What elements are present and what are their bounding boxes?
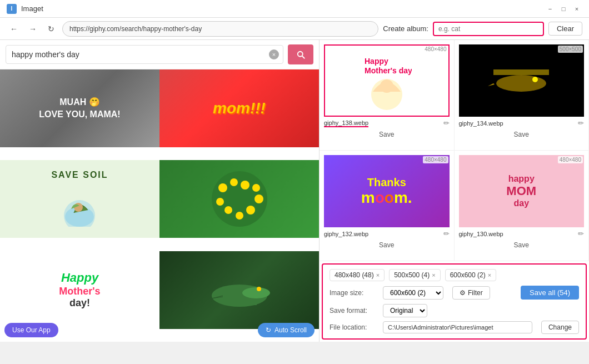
file-location-row: File location: Change: [330, 321, 579, 334]
svg-rect-19: [253, 298, 257, 305]
image-size-label: Image size:: [330, 289, 374, 297]
image-preview[interactable]: [459, 44, 585, 117]
edit-icon[interactable]: ✏: [578, 230, 584, 238]
close-button[interactable]: ×: [571, 3, 582, 14]
image-size-select[interactable]: 600x600 (2) 480x480 (48) 500x500 (4): [383, 286, 443, 300]
svg-text:Happy: Happy: [365, 57, 388, 66]
svg-point-26: [496, 75, 546, 92]
save-format-row: Save format: Original JPEG PNG WEBP: [330, 304, 579, 317]
svg-text:Mother's day!: Mother's day!: [365, 66, 412, 75]
filter-tag: 600x600 (2) ×: [445, 269, 496, 281]
window-controls: − □ ×: [545, 3, 582, 14]
file-location-input[interactable]: [383, 321, 532, 333]
flowers-illustration: [212, 171, 267, 227]
svg-point-11: [246, 206, 255, 215]
addressbar: ← → ↻ https://giphy.com/search/happy-mot…: [0, 18, 589, 40]
tag-remove-button[interactable]: ×: [376, 272, 380, 278]
use-app-button[interactable]: Use Our App: [4, 323, 58, 337]
change-location-button[interactable]: Change: [541, 321, 579, 334]
image-card: Happy Mother's day! 480×480 giphy_138.we…: [320, 40, 455, 151]
refresh-button[interactable]: ↻: [44, 22, 58, 36]
minimize-button[interactable]: −: [545, 3, 556, 14]
save-format-label: Save format:: [330, 307, 374, 315]
search-bar: ×: [0, 40, 319, 69]
image-card-bottom: giphy_138.webp ✏: [324, 117, 450, 129]
tag-remove-button[interactable]: ×: [488, 272, 491, 278]
svg-point-4: [218, 183, 227, 192]
titlebar-left: I Imaget: [7, 4, 43, 14]
filter-tag: 480x480 (48) ×: [330, 269, 385, 281]
back-button[interactable]: ←: [7, 22, 21, 36]
album-name-input[interactable]: [433, 22, 544, 36]
image-dimensions: 480×480: [423, 156, 448, 163]
gif-soil-image: SAVE SOIL: [0, 160, 159, 238]
svg-point-9: [254, 195, 263, 203]
image-filename: giphy_134.webp: [459, 120, 503, 127]
gif-grid: MUAH 🤭 LOVE YOU, MAMA! mom!!! SAVE SOIL: [0, 69, 319, 342]
svg-rect-17: [234, 298, 237, 305]
image-card-top: Happy Mother's day! 480×480: [324, 44, 450, 117]
tag-label: 600x600 (2): [450, 271, 486, 279]
search-input[interactable]: [6, 45, 283, 64]
svg-point-15: [257, 287, 261, 291]
edit-icon[interactable]: ✏: [443, 119, 450, 127]
gif-item[interactable]: ↻ Auto Scroll: [159, 251, 319, 342]
search-clear-button[interactable]: ×: [269, 49, 279, 59]
maximize-button[interactable]: □: [558, 3, 569, 14]
svg-point-12: [236, 212, 243, 220]
scroll-icon: ↻: [266, 326, 271, 334]
search-icon: [296, 49, 306, 59]
clear-button[interactable]: Clear: [548, 22, 582, 36]
image-preview[interactable]: Happy Mother's day!: [324, 44, 450, 117]
url-text: https://giphy.com/search/happy-mother's-…: [69, 25, 202, 33]
file-location-label: File location:: [330, 323, 374, 331]
image-card-top: happy MOM day 480×480: [459, 155, 585, 227]
tag-remove-button[interactable]: ×: [432, 272, 435, 278]
image-card: Thanks moom. 480×480 giphy_132.webp ✏ Sa…: [320, 151, 455, 261]
svg-point-14: [242, 287, 270, 298]
gif-item[interactable]: MUAH 🤭 LOVE YOU, MAMA!: [0, 69, 159, 160]
image-filename: giphy_138.webp: [324, 119, 368, 127]
search-button[interactable]: [288, 44, 313, 64]
save-image-button[interactable]: Save: [324, 240, 450, 250]
croc2-illustration: [488, 53, 555, 108]
right-panel: Happy Mother's day! 480×480 giphy_138.we…: [320, 40, 589, 342]
svg-rect-16: [226, 298, 229, 305]
image-grid: Happy Mother's day! 480×480 giphy_138.we…: [320, 40, 589, 261]
croc-illustration: [206, 268, 273, 312]
create-album-label: Create album:: [383, 24, 428, 33]
gif-item[interactable]: mom!!!: [159, 69, 319, 160]
forward-button[interactable]: →: [26, 22, 40, 36]
svg-rect-18: [245, 298, 248, 305]
image-card-bottom: giphy_134.webp ✏: [459, 117, 585, 129]
image-filename: giphy_130.webp: [459, 231, 503, 237]
gif-item[interactable]: Happy Mother's day! Use Our App: [0, 251, 159, 342]
save-image-button[interactable]: Save: [324, 129, 450, 139]
image-card: 500×500 giphy_134.webp ✏ Save: [455, 40, 590, 151]
gif-item[interactable]: SAVE SOIL: [0, 160, 159, 251]
main-content: × MUAH 🤭 LOVE YOU, MAMA! mom!!!: [0, 40, 589, 342]
edit-icon[interactable]: ✏: [443, 230, 450, 238]
auto-scroll-button[interactable]: ↻ Auto Scroll: [258, 323, 315, 337]
filter-icon: ⚙: [460, 289, 466, 297]
image-size-row: Image size: 600x600 (2) 480x480 (48) 500…: [330, 286, 579, 300]
image-preview[interactable]: happy MOM day: [459, 155, 585, 227]
address-bar-input[interactable]: https://giphy.com/search/happy-mother's-…: [62, 21, 378, 37]
image-card: happy MOM day 480×480 giphy_130.webp ✏ S…: [455, 151, 590, 261]
image-filename: giphy_132.webp: [324, 231, 368, 237]
filter-tags-row: 480x480 (48) × 500x500 (4) × 600x600 (2)…: [330, 269, 579, 281]
app-title: Imaget: [21, 4, 43, 13]
svg-point-6: [241, 181, 249, 190]
save-all-button[interactable]: Save all (54): [521, 286, 579, 300]
image-card-top: Thanks moom. 480×480: [324, 155, 450, 227]
filter-button[interactable]: ⚙ Filter: [452, 286, 490, 300]
save-format-select[interactable]: Original JPEG PNG WEBP: [383, 304, 427, 317]
image-preview[interactable]: Thanks moom.: [324, 155, 450, 227]
gif-item[interactable]: [159, 160, 319, 251]
edit-icon[interactable]: ✏: [578, 119, 584, 127]
save-image-button[interactable]: Save: [459, 240, 585, 250]
bottom-panel: 480x480 (48) × 500x500 (4) × 600x600 (2)…: [322, 263, 587, 340]
gif-croc-image: [159, 251, 319, 329]
filter-tag: 500x500 (4) ×: [389, 269, 440, 281]
save-image-button[interactable]: Save: [459, 129, 585, 139]
